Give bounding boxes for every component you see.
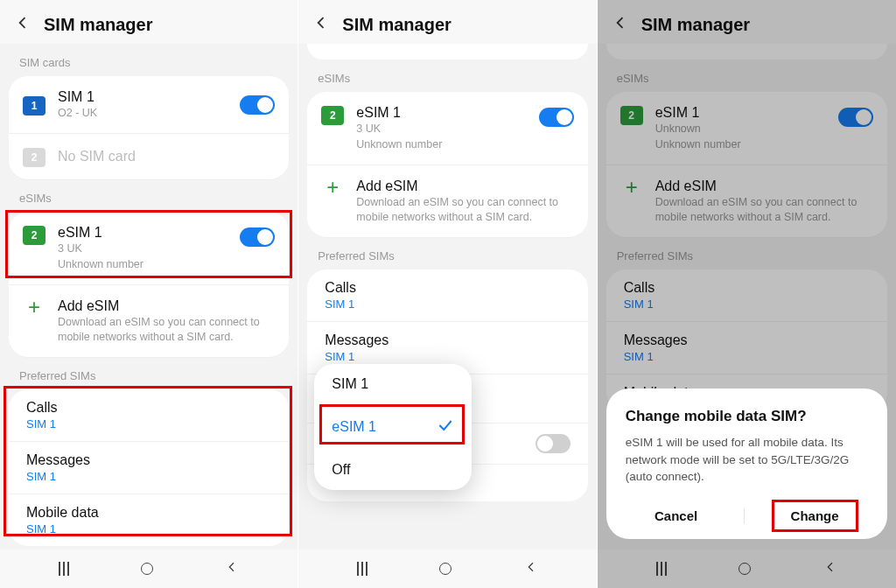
section-preferred: Preferred SIMs <box>298 237 596 270</box>
header: SIM manager <box>298 0 596 44</box>
section-esims: eSIMs <box>0 179 298 212</box>
esim1-number: Unknown number <box>58 257 240 272</box>
sim2-badge-icon: 2 <box>23 148 46 167</box>
esim1-toggle[interactable] <box>539 108 574 127</box>
phone-screen-3: SIM manager eSIMs 2 eSIM 1 Unknown Unkno… <box>598 0 896 588</box>
pref-mobiledata-value: SIM 1 <box>26 522 271 536</box>
sim1-toggle[interactable] <box>240 95 275 115</box>
plus-icon: + <box>23 298 46 317</box>
pref-calls-value: SIM 1 <box>325 298 570 311</box>
sim1-badge-icon: 1 <box>23 96 46 116</box>
esim1-badge-icon: 2 <box>23 226 46 245</box>
esim1-carrier: 3 UK <box>356 122 538 136</box>
prev-card-sliver <box>307 44 587 60</box>
add-esim-row[interactable]: + Add eSIM Download an eSIM so you can c… <box>307 164 587 237</box>
nav-recents-icon[interactable] <box>357 562 368 576</box>
back-icon[interactable] <box>14 14 32 35</box>
pref-mobiledata-row[interactable]: Mobile data SIM 1 <box>9 494 289 546</box>
pref-messages-value: SIM 1 <box>325 350 570 363</box>
esim1-name: eSIM 1 <box>58 224 240 241</box>
page-title: SIM manager <box>342 15 451 35</box>
sim1-carrier: O2 - UK <box>58 106 240 121</box>
section-esims: eSIMs <box>298 60 596 92</box>
page-title: SIM manager <box>44 15 152 35</box>
esim1-row[interactable]: 2 eSIM 1 3 UK Unknown number <box>307 92 587 164</box>
sim2-empty-row: 2 No SIM card <box>9 133 289 179</box>
pref-messages-row[interactable]: Messages SIM 1 <box>9 441 289 494</box>
android-navbar <box>298 550 596 588</box>
add-esim-desc: Download an eSIM so you can connect to m… <box>58 315 275 345</box>
esims-card: 2 eSIM 1 3 UK Unknown number + Add eSIM … <box>307 92 587 237</box>
add-esim-desc: Download an eSIM so you can connect to m… <box>356 195 573 225</box>
esim1-badge-icon: 2 <box>321 106 344 125</box>
sim1-name: SIM 1 <box>58 88 240 105</box>
pref-calls-row[interactable]: Calls SIM 1 <box>307 270 587 321</box>
pref-messages-value: SIM 1 <box>26 470 271 483</box>
nav-home-icon[interactable] <box>141 563 153 575</box>
esim1-name: eSIM 1 <box>356 104 538 121</box>
pref-calls-value: SIM 1 <box>26 417 271 430</box>
popup-opt3-label: Off <box>332 462 350 478</box>
esim1-carrier: 3 UK <box>58 242 240 256</box>
nav-recents-icon[interactable] <box>59 562 69 576</box>
add-esim-row[interactable]: + Add eSIM Download an eSIM so you can c… <box>9 284 289 357</box>
android-navbar <box>0 550 298 588</box>
header: SIM manager <box>0 0 298 44</box>
back-icon[interactable] <box>312 14 330 35</box>
sim-select-popup: SIM 1 eSIM 1 Off <box>314 364 472 490</box>
section-preferred: Preferred SIMs <box>0 357 298 389</box>
nav-back-icon[interactable] <box>524 560 538 578</box>
button-divider <box>744 508 745 524</box>
cancel-button[interactable]: Cancel <box>642 501 710 530</box>
esims-card: 2 eSIM 1 3 UK Unknown number + Add eSIM … <box>9 212 289 357</box>
add-esim-title: Add eSIM <box>356 178 573 194</box>
preferred-card: Calls SIM 1 Messages SIM 1 Mobile data S… <box>9 389 289 546</box>
change-button[interactable]: Change <box>779 501 851 530</box>
sim-cards-card: 1 SIM 1 O2 - UK 2 No SIM card <box>9 76 289 179</box>
change-sim-dialog: Change mobile data SIM? eSIM 1 will be u… <box>606 388 887 539</box>
popup-option-off[interactable]: Off <box>314 450 472 490</box>
section-sim-cards: SIM cards <box>0 44 298 76</box>
popup-opt2-label: eSIM 1 <box>332 419 376 435</box>
dialog-body: eSIM 1 will be used for all mobile data.… <box>626 434 868 486</box>
popup-option-sim1[interactable]: SIM 1 <box>314 364 472 404</box>
pref-messages-label: Messages <box>325 332 570 348</box>
add-esim-title: Add eSIM <box>58 298 275 314</box>
pref-calls-label: Calls <box>26 400 271 416</box>
phone-screen-2: SIM manager eSIMs 2 eSIM 1 3 UK Unknown … <box>298 0 597 588</box>
esim1-row[interactable]: 2 eSIM 1 3 UK Unknown number <box>9 212 289 284</box>
pref-messages-label: Messages <box>26 452 271 468</box>
esim1-number: Unknown number <box>356 137 538 152</box>
esim1-toggle[interactable] <box>240 228 275 247</box>
no-sim-label: No SIM card <box>58 148 275 164</box>
popup-option-esim1[interactable]: eSIM 1 <box>314 404 472 450</box>
pref-calls-label: Calls <box>325 280 570 296</box>
backup-toggle[interactable] <box>536 434 570 453</box>
phone-screen-1: SIM manager SIM cards 1 SIM 1 O2 - UK 2 … <box>0 0 298 588</box>
dialog-title: Change mobile data SIM? <box>626 408 868 425</box>
nav-back-icon[interactable] <box>225 560 239 578</box>
pref-calls-row[interactable]: Calls SIM 1 <box>9 389 289 441</box>
plus-icon: + <box>321 178 344 197</box>
sim1-row[interactable]: 1 SIM 1 O2 - UK <box>9 76 289 133</box>
pref-mobiledata-label: Mobile data <box>26 505 271 521</box>
nav-home-icon[interactable] <box>439 563 452 575</box>
popup-opt1-label: SIM 1 <box>332 376 368 392</box>
check-icon <box>437 416 454 438</box>
